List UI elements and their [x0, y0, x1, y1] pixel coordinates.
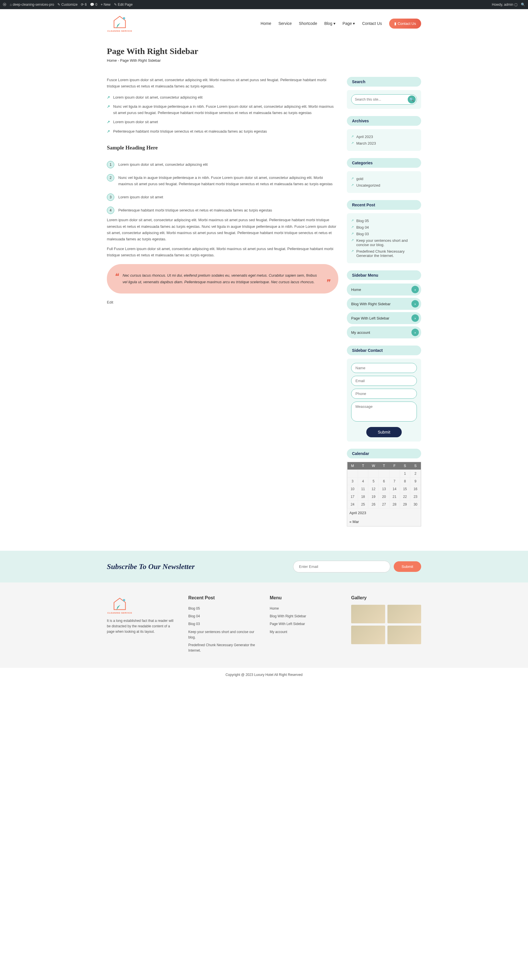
footer-link[interactable]: Page With Left Sidebar: [270, 620, 340, 628]
edit-link[interactable]: Edit: [107, 300, 113, 304]
recent-link[interactable]: Predefined Chunk Necessary Generator the…: [356, 249, 405, 258]
chevron-right-icon: ›: [412, 300, 419, 307]
wp-logo-icon[interactable]: ⓦ: [3, 2, 6, 7]
newsletter-title: Subscribe To Our Newsletter: [107, 562, 194, 571]
widget-title: Archives: [347, 116, 421, 126]
main-content: Fusce Lorem ipsum dolor sit amet, consec…: [107, 77, 338, 534]
search-input[interactable]: [355, 97, 408, 102]
footer-recent: Recent Post Blog 05 Blog 04 Blog 03 Keep…: [188, 595, 258, 654]
email-field[interactable]: [351, 376, 417, 386]
recent-widget: Recent Post Blog 05 Blog 04 Blog 03 Keep…: [347, 200, 421, 263]
list-item: Pellentesque habitant morbi tristique se…: [107, 127, 338, 136]
breadcrumb-current: Page With Right Sidebar: [120, 58, 161, 63]
calendar-table: MTWTFSS 12 3456789 10111213141516 171819…: [347, 462, 421, 517]
footer-link[interactable]: Home: [270, 605, 340, 612]
gallery-image[interactable]: [351, 605, 385, 623]
nav-page[interactable]: Page ▾: [343, 21, 355, 26]
customize-link[interactable]: ✎ Customize: [57, 3, 78, 6]
footer-gallery: Gallery: [351, 595, 421, 654]
calendar-caption: April 2023: [347, 508, 421, 517]
sidebar-menu-item[interactable]: Page With Left Sidebar›: [347, 312, 421, 324]
footer-link[interactable]: Predefined Chunk Necessary Generator the…: [188, 641, 258, 654]
footer-about-text: It is a long established fact that a rea…: [107, 618, 177, 635]
search-icon: 🔍: [409, 97, 414, 102]
category-link[interactable]: Uncategorized: [356, 183, 380, 188]
nav-service[interactable]: Service: [278, 21, 292, 26]
name-field[interactable]: [351, 363, 417, 373]
nav-blog[interactable]: Blog ▾: [324, 21, 336, 26]
nav-contact[interactable]: Contact Us: [362, 21, 382, 26]
comments-link[interactable]: 💬 0: [90, 3, 97, 6]
svg-point-0: [123, 17, 125, 19]
sample-heading: Sample Heading Here: [107, 143, 338, 152]
category-link[interactable]: gold: [356, 177, 363, 181]
search-button[interactable]: 🔍: [408, 95, 416, 103]
new-link[interactable]: + New: [100, 3, 110, 6]
categories-widget: Categories gold Uncategorized: [347, 158, 421, 193]
gallery-image[interactable]: [387, 605, 421, 623]
phone-field[interactable]: [351, 389, 417, 399]
list-item: Lorem ipsum dolor sit amet: [107, 118, 338, 127]
nav-shortcode[interactable]: Shortcode: [299, 21, 317, 26]
site-name[interactable]: ⌂ deep-cleaning-services-pro: [10, 3, 54, 6]
sidebar-contact-widget: Sidebar Contact Submit: [347, 345, 421, 442]
search-widget: Search 🔍: [347, 77, 421, 109]
footer-link[interactable]: Blog 05: [188, 605, 258, 612]
site-header: CLEANING SERVICE Home Service Shortcode …: [101, 9, 427, 38]
sidebar-menu-item[interactable]: Blog With Right Sidebar›: [347, 298, 421, 310]
footer-heading: Recent Post: [188, 595, 258, 600]
arrow-list: Lorem ipsum dolor sit amet, consectetur …: [107, 93, 338, 136]
chevron-right-icon: ›: [412, 286, 419, 293]
footer-link[interactable]: Keep your sentences short and concise ou…: [188, 628, 258, 641]
footer-link[interactable]: Blog With Right Sidebar: [270, 612, 340, 620]
recent-link[interactable]: Blog 04: [356, 225, 369, 229]
main-nav: Home Service Shortcode Blog ▾ Page ▾ Con…: [261, 19, 421, 29]
submit-button[interactable]: Submit: [366, 427, 402, 437]
list-item: Nunc vel ligula in augue tristique pelle…: [107, 102, 338, 118]
recent-link[interactable]: Blog 03: [356, 232, 369, 236]
archive-link[interactable]: March 2023: [356, 141, 376, 145]
chevron-right-icon: ›: [412, 314, 419, 322]
gallery-image[interactable]: [351, 625, 385, 644]
numbered-list: Lorem ipsum dolor sit amet, consectetur …: [107, 158, 338, 217]
archive-link[interactable]: April 2023: [356, 135, 373, 139]
page-title-area: Page With Right Sidebar Home - Page With…: [101, 38, 427, 77]
newsletter-submit-button[interactable]: Submit: [394, 561, 421, 572]
search-admin-icon[interactable]: 🔍: [521, 3, 525, 6]
sidebar-menu-item[interactable]: My account›: [347, 326, 421, 338]
svg-point-1: [123, 599, 125, 601]
calendar-prev[interactable]: « Mar: [347, 517, 421, 526]
contact-button[interactable]: ▮Contact Us: [389, 19, 421, 29]
footer-heading: Menu: [270, 595, 340, 600]
footer-link[interactable]: My account: [270, 628, 340, 636]
body-para: Full Fusce Lorem ipsum dolor sit amet, c…: [107, 246, 338, 258]
recent-link[interactable]: Keep your sentences short and concise ou…: [356, 239, 408, 247]
logo-text: CLEANING SERVICE: [107, 30, 132, 32]
updates-link[interactable]: ⟳ 6: [81, 3, 87, 6]
list-item: Nunc vel ligula in augue tristique pelle…: [107, 171, 338, 191]
chevron-right-icon: ›: [412, 329, 419, 336]
howdy-link[interactable]: Howdy, admin ▢: [492, 3, 517, 6]
widget-title: Sidebar Menu: [347, 270, 421, 280]
body-para: Lorem ipsum dolor sit amet, consectetur …: [107, 217, 338, 242]
edit-page-link[interactable]: ✎ Edit Page: [114, 3, 133, 6]
footer-link[interactable]: Blog 03: [188, 620, 258, 628]
widget-title: Calendar: [347, 449, 421, 458]
newsletter-section: Subscribe To Our Newsletter Submit: [0, 551, 528, 582]
recent-link[interactable]: Blog 05: [356, 219, 369, 223]
list-item: Lorem ipsum dolor sit amet: [107, 191, 338, 204]
breadcrumb-home[interactable]: Home: [107, 58, 117, 63]
gallery-image[interactable]: [387, 625, 421, 644]
site-logo[interactable]: CLEANING SERVICE: [107, 13, 133, 33]
sidebar-menu-item[interactable]: Home›: [347, 283, 421, 296]
newsletter-email-input[interactable]: [293, 561, 390, 573]
footer-menu: Menu Home Blog With Right Sidebar Page W…: [270, 595, 340, 654]
sidebar: Search 🔍 Archives April 2023 March 2023 …: [347, 77, 421, 534]
footer-logo[interactable]: CLEANING SERVICE: [107, 595, 133, 615]
wp-admin-bar: ⓦ ⌂ deep-cleaning-services-pro ✎ Customi…: [0, 0, 528, 9]
widget-title: Categories: [347, 158, 421, 168]
intro-text: Fusce Lorem ipsum dolor sit amet, consec…: [107, 77, 338, 89]
nav-home[interactable]: Home: [261, 21, 271, 26]
footer-link[interactable]: Blog 04: [188, 612, 258, 620]
message-field[interactable]: [351, 401, 417, 422]
